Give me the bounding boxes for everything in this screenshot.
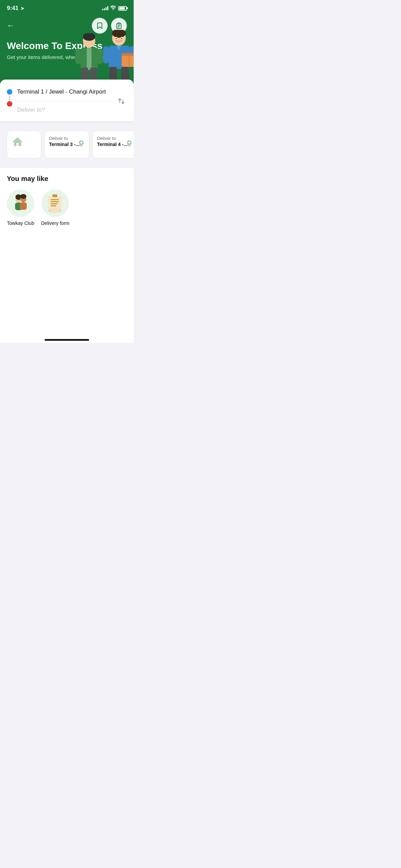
swap-button[interactable] xyxy=(116,96,127,107)
quick-option-terminal4[interactable]: Deliver to Terminal 4 -... xyxy=(93,131,134,158)
terminal4-pin-icon xyxy=(125,140,133,150)
svg-rect-9 xyxy=(75,49,81,64)
hero-section: ← Welcome To Express Get your items deli… xyxy=(0,14,134,90)
svg-point-30 xyxy=(20,194,26,199)
svg-rect-36 xyxy=(51,203,58,204)
bottom-spacer xyxy=(0,233,134,336)
content-card: Terminal 1 / Jewel - Changi Airport Deli… xyxy=(0,80,134,121)
hero-illustration xyxy=(62,32,134,86)
home-indicator xyxy=(0,336,134,343)
receipt-icon xyxy=(115,22,123,29)
battery-icon xyxy=(118,6,127,11)
location-dots xyxy=(7,88,12,107)
signal-icon xyxy=(102,6,108,10)
may-like-grid: Towkay Club xyxy=(7,190,127,226)
svg-rect-37 xyxy=(51,205,56,206)
terminal3-name: Terminal 3 -... xyxy=(49,142,80,147)
svg-rect-0 xyxy=(118,23,120,24)
quick-option-home[interactable] xyxy=(7,131,41,158)
dot-connector xyxy=(9,96,10,100)
status-icons xyxy=(102,5,127,11)
you-may-like-title: You may like xyxy=(7,175,127,183)
may-like-towkay[interactable]: Towkay Club xyxy=(7,190,34,226)
location-inputs: Terminal 1 / Jewel - Changi Airport Deli… xyxy=(17,88,113,114)
location-container: Terminal 1 / Jewel - Changi Airport Deli… xyxy=(7,88,127,114)
svg-point-15 xyxy=(116,38,117,39)
status-time: 9:41 ➤ xyxy=(7,5,24,12)
location-arrow-icon: ➤ xyxy=(21,6,24,11)
from-location[interactable]: Terminal 1 / Jewel - Changi Airport xyxy=(17,88,113,101)
wifi-icon xyxy=(110,5,116,11)
svg-rect-35 xyxy=(51,201,59,202)
towkay-label: Towkay Club xyxy=(7,220,34,226)
svg-point-33 xyxy=(50,210,60,212)
svg-rect-6 xyxy=(87,48,92,70)
svg-rect-29 xyxy=(20,202,27,210)
you-may-like-section: You may like Towka xyxy=(0,168,134,233)
terminal4-label: Deliver to xyxy=(97,136,116,141)
svg-rect-38 xyxy=(52,194,57,197)
home-bar xyxy=(45,339,89,341)
towkay-icon xyxy=(7,190,34,217)
status-bar: 9:41 ➤ xyxy=(0,0,134,14)
delivery-person-2 xyxy=(101,30,134,86)
delivery-person-1 xyxy=(74,33,105,86)
svg-rect-34 xyxy=(51,199,59,200)
bookmark-icon xyxy=(96,22,104,29)
quick-option-terminal3[interactable]: Deliver to Terminal 3 -... xyxy=(45,131,89,158)
swap-icon xyxy=(118,97,125,105)
svg-rect-18 xyxy=(103,46,109,63)
quick-options-section: Deliver to Terminal 3 -... Deliver to Te… xyxy=(0,121,134,168)
may-like-delivery-form[interactable]: Delivery form xyxy=(41,190,69,226)
svg-rect-23 xyxy=(122,53,134,56)
delivery-form-icon xyxy=(41,190,69,217)
terminal3-label: Deliver to xyxy=(49,136,68,141)
quick-options-list: Deliver to Terminal 3 -... Deliver to Te… xyxy=(0,125,134,164)
delivery-form-label: Delivery form xyxy=(41,220,69,226)
terminal4-name: Terminal 4 -... xyxy=(97,142,127,147)
svg-point-16 xyxy=(121,38,122,39)
origin-dot xyxy=(7,89,12,95)
time-display: 9:41 xyxy=(7,5,19,12)
destination-dot xyxy=(7,101,12,107)
to-location[interactable]: Deliver to? xyxy=(17,101,113,114)
home-icon xyxy=(11,136,24,150)
back-button[interactable]: ← xyxy=(7,21,14,30)
terminal3-pin-icon xyxy=(77,140,85,150)
